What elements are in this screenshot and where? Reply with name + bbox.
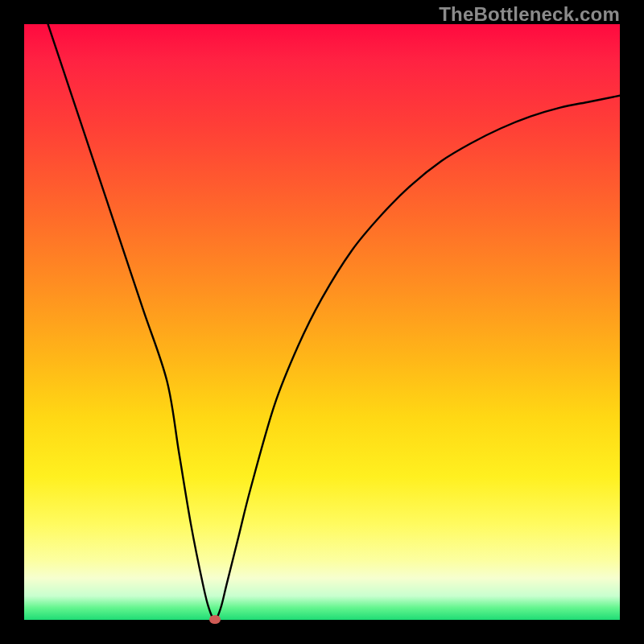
optimum-marker <box>209 615 221 624</box>
chart-frame: TheBottleneck.com <box>0 0 644 644</box>
curve-path <box>48 24 620 620</box>
plot-area <box>24 24 620 620</box>
watermark-text: TheBottleneck.com <box>439 3 620 26</box>
bottleneck-curve <box>24 24 620 620</box>
